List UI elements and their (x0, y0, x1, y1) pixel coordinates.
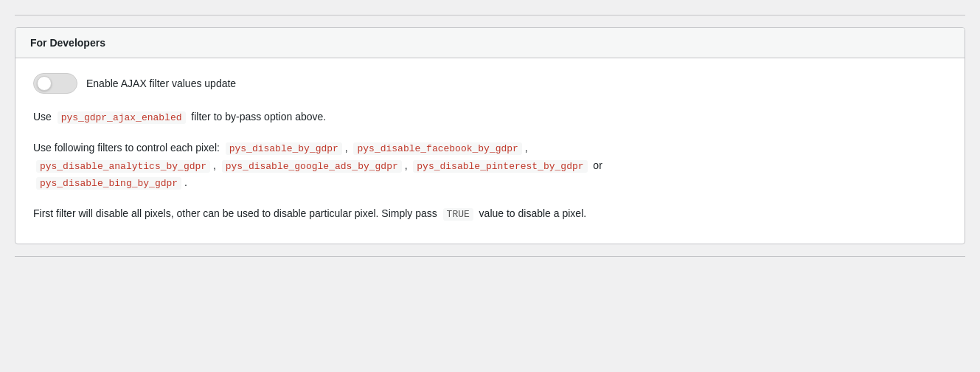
for-developers-card: For Developers Enable AJAX filter values… (15, 27, 965, 244)
code-disable-pinterest: pys_disable_pinterest_by_gdpr (413, 160, 587, 173)
code-disable-google-ads: pys_disable_google_ads_by_gdpr (222, 160, 402, 173)
first-filter-suffix: value to disable a pixel. (479, 207, 587, 219)
pixel-filters-description: Use following filters to control each pi… (33, 140, 947, 192)
card-header: For Developers (15, 28, 965, 58)
gdpr-ajax-enabled-code: pys_gdpr_ajax_enabled (58, 111, 186, 124)
pixel-filters-prefix: Use following filters to control each pi… (33, 142, 220, 154)
card-body: Enable AJAX filter values update Use pys… (15, 58, 965, 244)
ajax-filter-toggle[interactable] (33, 73, 77, 94)
true-code: TRUE (443, 208, 473, 221)
card-header-title: For Developers (30, 37, 105, 49)
code-disable-facebook: pys_disable_facebook_by_gdpr (353, 142, 521, 155)
first-filter-prefix: First filter will disable all pixels, ot… (33, 207, 437, 219)
toggle-knob (37, 76, 52, 91)
code-disable-by-gdpr: pys_disable_by_gdpr (226, 142, 342, 155)
ajax-filter-toggle-row: Enable AJAX filter values update (33, 73, 947, 94)
code-disable-analytics: pys_disable_analytics_by_gdpr (36, 160, 210, 173)
bypass-suffix: filter to by-pass option above. (191, 111, 326, 123)
ajax-filter-toggle-label: Enable AJAX filter values update (86, 78, 236, 89)
bypass-prefix: Use (33, 111, 52, 123)
bypass-filter-description: Use pys_gdpr_ajax_enabled filter to by-p… (33, 108, 947, 126)
first-filter-description: First filter will disable all pixels, ot… (33, 205, 947, 223)
code-disable-bing: pys_disable_bing_by_gdpr (36, 177, 181, 190)
